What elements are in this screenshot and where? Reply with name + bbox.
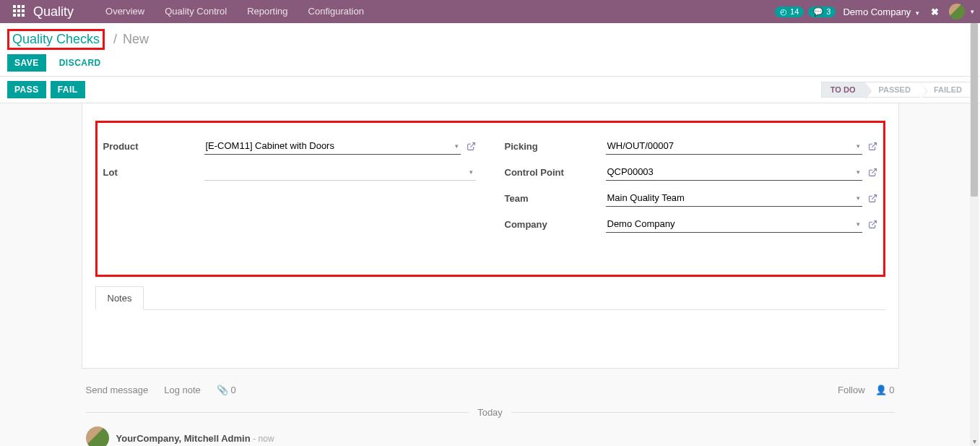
lot-field[interactable] <box>204 163 476 181</box>
product-field[interactable] <box>204 137 461 155</box>
company-label: Demo Company <box>843 7 911 17</box>
apps-icon[interactable] <box>13 5 26 18</box>
form-col-left: Product ▾ Lot ▾ <box>103 136 476 240</box>
pass-button[interactable]: PASS <box>7 81 46 98</box>
label-product: Product <box>103 141 204 152</box>
activities-indicator[interactable]: ◴ 14 <box>775 7 804 17</box>
label-lot: Lot <box>103 167 204 178</box>
user-avatar[interactable] <box>949 4 965 20</box>
form-highlight-box: Product ▾ Lot ▾ <box>95 121 885 277</box>
external-link-icon[interactable] <box>868 194 877 203</box>
chatter-date-divider: Today <box>86 407 895 418</box>
paperclip-icon: 📎 <box>217 385 228 395</box>
debug-icon[interactable]: ✖ <box>927 7 943 17</box>
message-author: YourCompany, Mitchell Admin <box>116 433 251 444</box>
clock-icon: ◴ <box>780 7 787 17</box>
send-message-button[interactable]: Send message <box>86 385 149 395</box>
scrollbar[interactable]: ▴ ▾ <box>970 23 979 446</box>
attachments-button[interactable]: 📎 0 <box>217 385 236 395</box>
svg-line-4 <box>872 220 876 225</box>
messages-indicator[interactable]: 💬 3 <box>808 7 836 17</box>
scrollbar-thumb[interactable] <box>971 23 978 197</box>
svg-line-0 <box>470 142 474 147</box>
breadcrumb-current: New <box>123 32 149 47</box>
external-link-icon[interactable] <box>467 142 476 151</box>
nav-menu: Overview Quality Control Reporting Confi… <box>95 0 775 23</box>
statusbar-steps: TO DO PASSED FAILED <box>821 82 973 98</box>
svg-line-3 <box>872 194 876 199</box>
main-area: Product ▾ Lot ▾ <box>0 103 980 446</box>
follow-button[interactable]: Follow <box>838 385 865 395</box>
breadcrumb-highlight: Quality Checks <box>7 29 105 50</box>
tab-content <box>82 310 898 368</box>
label-picking: Picking <box>505 141 606 152</box>
toolbar-buttons: SAVE DISCARD <box>7 54 973 72</box>
control-point-field[interactable] <box>606 163 862 181</box>
label-team: Team <box>505 193 606 204</box>
chevron-down-icon: ▾ <box>916 9 919 17</box>
message-time: - now <box>253 434 274 444</box>
statusbar-buttons: PASS FAIL <box>7 81 821 98</box>
scroll-down-icon[interactable]: ▾ <box>970 437 979 446</box>
chat-icon: 💬 <box>813 7 823 17</box>
picking-field[interactable] <box>606 137 862 155</box>
svg-line-1 <box>872 142 876 147</box>
tab-notes[interactable]: Notes <box>95 286 144 310</box>
nav-reporting[interactable]: Reporting <box>237 0 298 23</box>
user-icon: 👤 <box>875 385 887 395</box>
chatter: Send message Log note 📎 0 Follow 👤 0 Tod… <box>82 379 899 446</box>
brand-title: Quality <box>33 4 74 20</box>
attachment-count: 0 <box>230 385 235 395</box>
message-avatar <box>86 426 109 446</box>
team-field[interactable] <box>606 189 862 207</box>
chatter-topbar: Send message Log note 📎 0 Follow 👤 0 <box>86 379 895 401</box>
external-link-icon[interactable] <box>868 220 877 229</box>
company-switcher[interactable]: Demo Company ▾ <box>840 7 922 17</box>
form-sheet: Product ▾ Lot ▾ <box>82 103 899 369</box>
navbar: Quality Overview Quality Control Reporti… <box>0 0 980 23</box>
breadcrumb-separator: / <box>113 32 117 47</box>
nav-overview[interactable]: Overview <box>95 0 155 23</box>
followers-count: 0 <box>889 385 894 395</box>
status-failed[interactable]: FAILED <box>921 82 973 98</box>
activities-count: 14 <box>790 7 799 16</box>
tabs: Notes <box>95 286 885 310</box>
discard-button[interactable]: DISCARD <box>52 54 108 72</box>
nav-right: ◴ 14 💬 3 Demo Company ▾ ✖ ▾ <box>775 4 974 20</box>
label-control-point: Control Point <box>505 167 606 178</box>
label-company: Company <box>505 219 606 230</box>
external-link-icon[interactable] <box>868 168 877 177</box>
form-grid: Product ▾ Lot ▾ <box>103 136 877 240</box>
messages-count: 3 <box>826 7 831 16</box>
svg-line-2 <box>872 168 876 173</box>
nav-quality-control[interactable]: Quality Control <box>155 0 237 23</box>
status-todo[interactable]: TO DO <box>821 82 866 98</box>
form-col-right: Picking ▾ Control Point ▾ <box>505 136 877 240</box>
statusbar: PASS FAIL TO DO PASSED FAILED <box>0 76 980 103</box>
company-field[interactable] <box>606 215 862 233</box>
message-row: YourCompany, Mitchell Admin - now <box>86 424 895 446</box>
nav-configuration[interactable]: Configuration <box>298 0 374 23</box>
breadcrumb: Quality Checks / New <box>7 29 973 50</box>
fail-button[interactable]: FAIL <box>51 81 85 98</box>
log-note-button[interactable]: Log note <box>164 385 201 395</box>
divider-label: Today <box>469 407 511 418</box>
control-panel: Quality Checks / New SAVE DISCARD <box>0 23 980 76</box>
followers-button[interactable]: 👤 0 <box>875 385 895 395</box>
chevron-down-icon: ▾ <box>971 8 974 15</box>
external-link-icon[interactable] <box>868 142 877 151</box>
status-passed[interactable]: PASSED <box>865 82 920 98</box>
save-button[interactable]: SAVE <box>7 54 46 72</box>
breadcrumb-root[interactable]: Quality Checks <box>12 32 100 46</box>
